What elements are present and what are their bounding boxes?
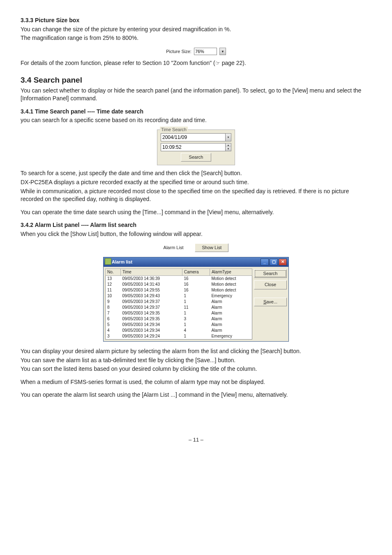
cell-time: 09/05/2003 14:29:37 xyxy=(120,305,182,310)
maximize-button[interactable]: ▢ xyxy=(270,259,278,266)
cell-camera: 1 xyxy=(182,293,210,299)
table-row[interactable]: 1009/05/2003 14:29:431Emergency xyxy=(106,293,252,299)
cell-type: Motion detect xyxy=(210,287,252,293)
window-title: Alarm list xyxy=(112,259,132,265)
cell-no: 10 xyxy=(106,293,121,299)
table-row[interactable]: 909/05/2003 14:29:371Alarm xyxy=(106,299,252,305)
text-333-p2: The magnification range is from 25% to 8… xyxy=(21,34,371,42)
text-342-p3: You can save the alarm list as a tab-del… xyxy=(21,356,371,365)
cell-type: Emergency xyxy=(210,293,252,299)
cell-time: 09/05/2003 14:29:34 xyxy=(120,328,182,333)
cell-type: Alarm xyxy=(210,316,252,322)
cell-no: 3 xyxy=(106,333,121,340)
alarm-list-window: Alarm list _ ▢ ✕ No. Time Camera AlarmTy… xyxy=(103,257,289,342)
cell-time: 09/05/2003 14:36:39 xyxy=(120,275,182,282)
text-333-p1: You can change the size of the picture b… xyxy=(21,25,371,34)
table-row[interactable]: 709/05/2003 14:29:351Alarm xyxy=(106,310,252,316)
minimize-button[interactable]: _ xyxy=(261,259,269,266)
table-row[interactable]: 1309/05/2003 14:36:3916Motion detect xyxy=(106,275,252,282)
window-titlebar: Alarm list _ ▢ ✕ xyxy=(104,257,288,267)
close-button[interactable]: ✕ xyxy=(279,259,287,266)
text-342-p5: When a medium of FSMS-series format is u… xyxy=(21,378,371,386)
heading-341: 3.4.1 Time Search panel ---- Time date s… xyxy=(21,108,371,116)
cell-camera: 1 xyxy=(182,310,210,316)
heading-342: 3.4.2 Alarm List panel ---- Alarm list s… xyxy=(21,221,371,229)
cell-camera: 16 xyxy=(182,282,210,287)
cell-type: Alarm xyxy=(210,305,252,310)
alarm-list-label: Alarm List xyxy=(164,245,184,250)
col-time[interactable]: Time xyxy=(120,268,182,275)
text-333-p3b: page 22). xyxy=(220,60,246,66)
date-spinner[interactable]: ▼ xyxy=(226,133,231,141)
table-row[interactable]: 1209/05/2003 14:31:4316Motion detect xyxy=(106,282,252,287)
pointing-hand-icon: ☞ xyxy=(215,60,220,67)
cell-no: 5 xyxy=(106,322,121,328)
table-row[interactable]: 809/05/2003 14:29:3711Alarm xyxy=(106,305,252,310)
cell-camera: 1 xyxy=(182,333,210,340)
cell-type: Emergency xyxy=(210,333,252,340)
time-search-date-input[interactable] xyxy=(161,133,226,141)
cell-no: 11 xyxy=(106,287,121,293)
cell-time: 09/05/2003 14:29:24 xyxy=(120,333,182,340)
table-row[interactable]: 509/05/2003 14:29:341Alarm xyxy=(106,322,252,328)
time-search-button[interactable]: Search xyxy=(181,153,211,162)
text-333-p3: For details of the zoom function, please… xyxy=(21,59,371,67)
text-34-p1: You can select whether to display or hid… xyxy=(21,87,371,103)
cell-no: 6 xyxy=(106,316,121,322)
time-spinner[interactable]: ▲ ▼ xyxy=(226,143,231,151)
cell-no: 4 xyxy=(106,328,121,333)
heading-34: 3.4 Search panel xyxy=(21,75,371,86)
chevron-down-icon: ▼ xyxy=(221,49,224,54)
cell-type: Alarm xyxy=(210,328,252,333)
show-list-button[interactable]: Show List xyxy=(195,243,228,252)
cell-type: Motion detect xyxy=(210,282,252,287)
cell-no: 9 xyxy=(106,299,121,305)
chevron-up-icon: ▲ xyxy=(226,143,231,147)
time-search-widget: Time Search ▼ ▲ ▼ Search xyxy=(157,130,235,165)
text-342-p1: When you click the [Show List] button, t… xyxy=(21,230,371,238)
cell-time: 09/05/2003 14:29:34 xyxy=(120,322,182,328)
text-342-p4: You can sort the listed items based on y… xyxy=(21,365,371,373)
chevron-down-icon: ▼ xyxy=(226,147,231,151)
time-search-time-input[interactable] xyxy=(161,143,226,151)
chevron-down-icon: ▼ xyxy=(226,134,231,141)
cell-camera: 16 xyxy=(182,275,210,282)
cell-no: 13 xyxy=(106,275,121,282)
picture-size-label: Picture Size: xyxy=(166,49,191,55)
text-342-p6: You can operate the alarm list search us… xyxy=(21,391,371,399)
col-camera[interactable]: Camera xyxy=(182,268,210,275)
cell-no: 7 xyxy=(106,310,121,316)
alarm-close-button[interactable]: Close xyxy=(254,280,287,289)
cell-camera: 1 xyxy=(182,322,210,328)
alarm-list-bar: Alarm List Show List xyxy=(21,243,371,252)
page-footer: – 11 – xyxy=(21,436,371,444)
app-icon xyxy=(105,258,111,265)
cell-camera: 1 xyxy=(182,299,210,305)
cell-camera: 3 xyxy=(182,316,210,322)
heading-333: 3.3.3 Picture Size box xyxy=(21,16,371,25)
text-333-p3a: For details of the zoom function, please… xyxy=(21,60,215,66)
text-342-p2: You can display your desired alarm pictu… xyxy=(21,347,371,356)
cell-no: 8 xyxy=(106,305,121,310)
table-row[interactable]: 1109/05/2003 14:29:5516Motion detect xyxy=(106,287,252,293)
table-row[interactable]: 409/05/2003 14:29:344Alarm xyxy=(106,328,252,333)
col-type[interactable]: AlarmType xyxy=(210,268,252,275)
cell-time: 09/05/2003 14:31:43 xyxy=(120,282,182,287)
picture-size-dropdown[interactable]: ▼ xyxy=(219,48,226,55)
table-row[interactable]: 309/05/2003 14:29:241Emergency xyxy=(106,333,252,340)
cell-type: Alarm xyxy=(210,310,252,316)
text-341-p3: DX-PC25EA displays a picture recorded ex… xyxy=(21,178,371,187)
alarm-table: No. Time Camera AlarmType 1309/05/2003 1… xyxy=(105,268,252,340)
text-341-p4: While in communication, a picture record… xyxy=(21,187,371,204)
cell-time: 09/05/2003 14:29:35 xyxy=(120,310,182,316)
table-row[interactable]: 609/05/2003 14:29:353Alarm xyxy=(106,316,252,322)
alarm-search-button[interactable]: Search xyxy=(254,269,287,278)
cell-camera: 4 xyxy=(182,328,210,333)
text-341-p1: you can search for a specific scene base… xyxy=(21,116,371,125)
alarm-save-tail: ave... xyxy=(266,299,277,304)
alarm-save-button[interactable]: Save... xyxy=(254,298,287,306)
col-no[interactable]: No. xyxy=(106,268,121,275)
picture-size-input[interactable] xyxy=(194,48,217,55)
text-341-p2: To search for a scene, just specify the … xyxy=(21,169,371,178)
cell-time: 09/05/2003 14:29:35 xyxy=(120,316,182,322)
